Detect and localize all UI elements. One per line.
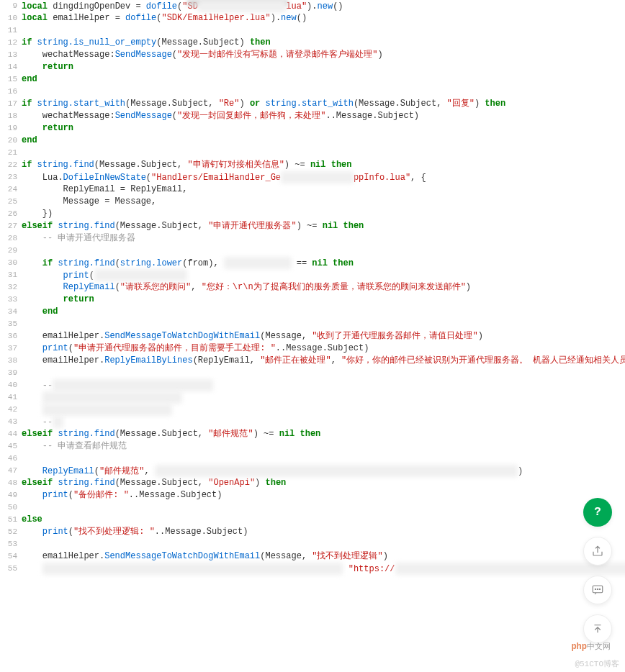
code-token: () (297, 13, 307, 23)
code-token: string.find (58, 429, 114, 439)
code-line[interactable]: elseif string.find(Message.Subject, "Ope… (22, 477, 625, 489)
code-token: , (144, 466, 154, 476)
code-line[interactable] (22, 453, 625, 465)
line-number: 47 (0, 465, 17, 477)
code-line[interactable]: elseif string.find(Message.Subject, "邮件规… (22, 428, 625, 440)
line-number: 26 (0, 208, 17, 220)
code-token: or (250, 99, 260, 109)
code-line[interactable] (22, 538, 625, 550)
code-line[interactable]: Lua.DofileInNewState("Handlers/EmailHand… (22, 171, 625, 183)
code-token: ( (68, 343, 73, 353)
line-number: 28 (0, 232, 17, 245)
code-token (22, 123, 42, 133)
line-number: 9 (0, 0, 17, 12)
code-line[interactable]: print("备份邮件: "..Message.Subject) (22, 489, 625, 501)
line-number: 21 (0, 147, 17, 159)
help-button[interactable]: ? (583, 498, 612, 527)
code-line[interactable]: print("找不到处理逻辑: "..Message.Subject) (22, 526, 625, 538)
code-line[interactable]: ReplyEmail("邮件规范", xxxxxxxxxxxxxxxxxxxxx… (22, 465, 625, 477)
line-number: 11 (0, 24, 17, 37)
code-line[interactable]: xxxxxxxxxxxxxxxxxxxxxxxxx (22, 404, 625, 416)
code-line[interactable]: ReplyEmail = ReplyEmail, (22, 183, 625, 196)
code-token: ) (239, 99, 249, 109)
code-line[interactable] (22, 245, 625, 257)
code-token: wechatMessage: (22, 50, 115, 60)
code-line[interactable] (22, 367, 625, 379)
code-token (22, 393, 42, 403)
code-line[interactable]: local dingdingOpenDev = dofile("SDxxxxxx… (22, 0, 625, 12)
line-number: 25 (0, 196, 17, 208)
code-token: "邮件正在被处理" (260, 355, 331, 365)
line-number: 12 (0, 37, 17, 49)
code-area[interactable]: local dingdingOpenDev = dofile("SDxxxxxx… (22, 0, 625, 672)
code-token: ) ~= (297, 221, 323, 231)
code-line[interactable]: emailHelper.SendMessageToWatchDogWithEma… (22, 330, 625, 342)
line-number: 48 (0, 477, 17, 489)
code-line[interactable]: if string.start_with(Message.Subject, "R… (22, 98, 625, 110)
code-token: emailHelper. (22, 551, 104, 561)
code-line[interactable]: wechatMessage:SendMessage("发现一封邮件没有写标题，请… (22, 49, 625, 61)
code-token: () (333, 1, 343, 12)
code-line[interactable]: print(xxxxxxxxxxxxxxxxxx (22, 269, 625, 281)
code-token: "Re" (219, 99, 240, 109)
code-token: ( (89, 271, 94, 281)
php-suffix-text: 中文网 (587, 643, 611, 651)
code-line[interactable]: end (22, 135, 625, 147)
code-token: elseif (22, 429, 53, 439)
code-line[interactable] (22, 24, 625, 37)
code-line[interactable] (22, 86, 625, 98)
code-token: print (42, 527, 68, 537)
code-line[interactable]: return (22, 61, 625, 73)
redacted-text: xx (53, 416, 63, 428)
code-line[interactable]: if string.find(string.lower(from), xxxxx… (22, 257, 625, 269)
code-token: return (63, 294, 94, 304)
code-token: ) ~= (284, 160, 310, 170)
code-line[interactable]: ReplyEmail("请联系您的顾问", "您好：\r\n为了提高我们的服务质… (22, 281, 625, 294)
line-number: 16 (0, 86, 17, 98)
back-to-top-button[interactable] (583, 614, 612, 643)
floating-action-bar: ? (583, 498, 612, 643)
code-line[interactable]: if string.find(Message.Subject, "申请钉钉对接相… (22, 159, 625, 171)
code-token: (Message.Subject, (354, 99, 447, 109)
code-line[interactable]: xxxxxxxxxxxxxxxxxxxxxxxxxxx (22, 391, 625, 404)
code-token: SendMessage (115, 111, 172, 121)
code-token: "邮件规范" (208, 429, 253, 439)
code-line[interactable]: if string.is_null_or_empty(Message.Subje… (22, 37, 625, 49)
code-line[interactable]: return (22, 122, 625, 135)
code-line[interactable]: return (22, 294, 625, 306)
code-line[interactable]: emailHelper.ReplyEmailByLines(ReplyEmail… (22, 355, 625, 367)
code-token: print (42, 343, 68, 353)
code-token: ( (94, 466, 99, 476)
code-line[interactable]: -- 申请开通代理服务器 (22, 232, 625, 245)
line-number: 54 (0, 550, 17, 563)
code-line[interactable]: -- 申请查看邮件规范 (22, 440, 625, 453)
code-token: string.is_null_or_empty (37, 37, 157, 47)
code-line[interactable] (22, 318, 625, 330)
code-line[interactable]: }) (22, 208, 625, 220)
code-line[interactable]: local emailHelper = dofile("SDK/EmailHel… (22, 12, 625, 24)
code-token (343, 564, 348, 574)
code-line[interactable]: xxxxxxxxxxxxxxxxxxxxxxxxxxxxxxxxxxxxxxxx… (22, 563, 625, 575)
code-token: string.lower (120, 258, 182, 268)
code-line[interactable]: print("申请开通代理服务器的邮件，目前需要手工处理: "..Message… (22, 342, 625, 355)
code-line[interactable]: --xxxxxxxxxxxxxxxxxxxxxxxxxxxxxxx (22, 379, 625, 391)
code-token: ) (475, 99, 485, 109)
share-button[interactable] (583, 537, 612, 566)
code-line[interactable]: end (22, 73, 625, 86)
code-token: string.find (58, 258, 114, 268)
code-line[interactable] (22, 501, 625, 514)
code-line[interactable]: Message = Message, (22, 196, 625, 208)
code-line[interactable]: else (22, 514, 625, 526)
code-line[interactable]: --xx (22, 416, 625, 428)
code-line[interactable]: wechatMessage:SendMessage("发现一封回复邮件，邮件狗，… (22, 110, 625, 122)
comment-button[interactable] (583, 576, 612, 604)
code-token: "SDK/EmailHelper.lua" (161, 13, 270, 23)
code-token: (Message.Subject, (115, 429, 209, 439)
code-line[interactable]: end (22, 306, 625, 318)
code-line[interactable]: emailHelper.SendMessageToWatchDogWithEma… (22, 550, 625, 563)
redacted-text: xxxxxxxxxxxxxxxxxxxxxxxxxxxxxxx (53, 379, 213, 391)
code-line[interactable]: elseif string.find(Message.Subject, "申请开… (22, 220, 625, 232)
code-line[interactable] (22, 147, 625, 159)
line-number: 29 (0, 245, 17, 257)
line-number: 44 (0, 428, 17, 440)
